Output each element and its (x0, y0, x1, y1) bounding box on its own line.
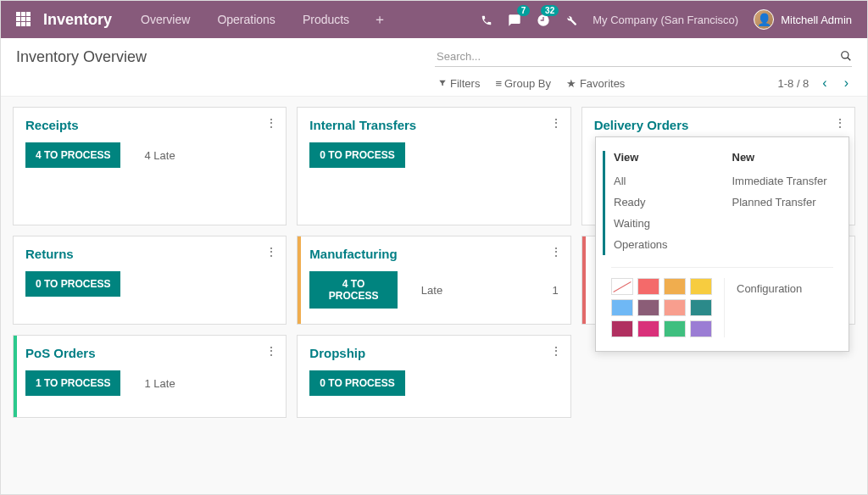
card-returns[interactable]: Returns ⋮ 0 TO PROCESS (13, 236, 287, 325)
dropdown-item-configuration[interactable]: Configuration (737, 278, 833, 299)
card-dropship[interactable]: Dropship ⋮ 0 TO PROCESS (297, 335, 570, 418)
card-title: Returns (25, 247, 274, 261)
nav-links: Overview Operations Products ＋ (127, 11, 397, 29)
card-menu-icon[interactable]: ⋮ (265, 116, 277, 130)
control-panel: Inventory Overview Filters ≡ Group By (1, 38, 867, 96)
card-dropdown-menu: View All Ready Waiting Operations New Im… (595, 136, 849, 352)
color-swatch[interactable] (637, 320, 659, 337)
filter-group: Filters ≡ Group By ★ Favorites (438, 77, 625, 90)
dropdown-item-immediate-transfer[interactable]: Immediate Transfer (732, 170, 834, 192)
card-color-stripe (298, 236, 301, 324)
groupby-label: Group By (504, 77, 551, 90)
late-label: Late (421, 284, 442, 297)
dropdown-item-all[interactable]: All (614, 170, 715, 192)
color-swatch[interactable] (664, 299, 686, 316)
process-button[interactable]: 4 TO PROCESS (309, 271, 398, 309)
card-menu-icon[interactable]: ⋮ (265, 344, 277, 358)
card-pos-orders[interactable]: PoS Orders ⋮ 1 TO PROCESS 1 Late (13, 335, 287, 418)
card-menu-icon[interactable]: ⋮ (834, 116, 846, 130)
late-text[interactable]: 1 Late (144, 377, 175, 390)
card-menu-icon[interactable]: ⋮ (550, 344, 562, 358)
messages-badge: 7 (517, 5, 531, 16)
late-count: 1 (552, 284, 558, 297)
phone-icon[interactable] (481, 13, 492, 26)
messages-icon[interactable]: 7 (508, 12, 521, 26)
card-color-stripe (14, 336, 17, 417)
color-swatch[interactable] (664, 320, 686, 337)
dropdown-item-ready[interactable]: Ready (614, 192, 715, 213)
nav-products[interactable]: Products (289, 13, 363, 26)
favorites-label: Favorites (580, 77, 625, 90)
process-button[interactable]: 1 TO PROCESS (25, 370, 120, 396)
pager-prev-icon[interactable]: ‹ (819, 75, 830, 91)
pager: 1-8 / 8 ‹ › (777, 75, 852, 91)
color-picker (611, 278, 712, 337)
card-menu-icon[interactable]: ⋮ (550, 116, 562, 130)
color-swatch[interactable] (637, 278, 659, 295)
card-title: Dropship (309, 346, 558, 360)
card-internal-transfers[interactable]: Internal Transfers ⋮ 0 TO PROCESS (297, 107, 570, 225)
card-title: Internal Transfers (309, 118, 558, 132)
dropdown-new-header: New (732, 151, 834, 164)
card-delivery-orders[interactable]: Delivery Orders ⋮ View All Ready Waiting… (581, 107, 855, 225)
user-menu[interactable]: Mitchell Admin (754, 9, 852, 30)
filters-label: Filters (450, 77, 480, 90)
card-receipts[interactable]: Receipts ⋮ 4 TO PROCESS 4 Late (13, 107, 287, 225)
search-wrapper (435, 47, 852, 67)
card-title: PoS Orders (25, 346, 274, 360)
pager-next-icon[interactable]: › (841, 75, 852, 91)
avatar (754, 9, 774, 30)
svg-point-0 (842, 51, 849, 58)
plus-icon[interactable]: ＋ (363, 11, 397, 29)
card-menu-icon[interactable]: ⋮ (550, 245, 562, 259)
nav-right: 7 32 My Company (San Francisco) Mitchell… (481, 9, 852, 30)
favorites-button[interactable]: ★ Favorites (566, 77, 625, 90)
dropdown-item-planned-transfer[interactable]: Planned Transfer (732, 192, 834, 213)
user-name: Mitchell Admin (781, 14, 852, 26)
color-swatch[interactable] (611, 299, 633, 316)
card-color-stripe (582, 236, 586, 324)
color-swatch[interactable] (690, 320, 712, 337)
page-title: Inventory Overview (16, 48, 147, 66)
card-menu-icon[interactable]: ⋮ (265, 245, 277, 259)
late-row[interactable]: Late 1 (421, 284, 559, 297)
activities-badge: 32 (541, 5, 559, 16)
search-input[interactable] (435, 47, 852, 66)
color-swatch-none[interactable] (611, 278, 633, 295)
card-title: Manufacturing (309, 247, 558, 261)
nav-operations[interactable]: Operations (203, 13, 288, 26)
nav-overview[interactable]: Overview (127, 13, 203, 26)
color-swatch[interactable] (664, 278, 686, 295)
activities-icon[interactable]: 32 (537, 12, 550, 26)
company-selector[interactable]: My Company (San Francisco) (593, 14, 738, 26)
dropdown-view-header: View (614, 151, 715, 164)
dropdown-item-waiting[interactable]: Waiting (614, 213, 715, 234)
tools-icon[interactable] (565, 13, 577, 26)
search-icon[interactable] (840, 48, 852, 62)
color-swatch[interactable] (637, 299, 659, 316)
dropdown-item-operations[interactable]: Operations (614, 234, 715, 255)
process-button[interactable]: 0 TO PROCESS (309, 370, 404, 396)
card-manufacturing[interactable]: Manufacturing ⋮ 4 TO PROCESS Late 1 (297, 236, 570, 325)
late-text[interactable]: 4 Late (144, 149, 175, 162)
process-button[interactable]: 4 TO PROCESS (25, 142, 120, 168)
card-title: Delivery Orders (594, 118, 843, 132)
color-swatch[interactable] (690, 278, 712, 295)
filters-button[interactable]: Filters (438, 77, 480, 90)
pager-text: 1-8 / 8 (777, 77, 809, 90)
color-swatch[interactable] (611, 320, 633, 337)
process-button[interactable]: 0 TO PROCESS (25, 271, 120, 297)
svg-line-1 (848, 57, 851, 60)
top-navbar: Inventory Overview Operations Products ＋… (1, 1, 867, 38)
kanban-view: Receipts ⋮ 4 TO PROCESS 4 Late Internal … (1, 96, 867, 495)
groupby-button[interactable]: ≡ Group By (495, 77, 551, 90)
color-swatch[interactable] (690, 299, 712, 316)
apps-icon[interactable] (16, 12, 31, 27)
process-button[interactable]: 0 TO PROCESS (309, 142, 404, 168)
app-brand[interactable]: Inventory (43, 11, 112, 29)
card-title: Receipts (25, 118, 274, 132)
